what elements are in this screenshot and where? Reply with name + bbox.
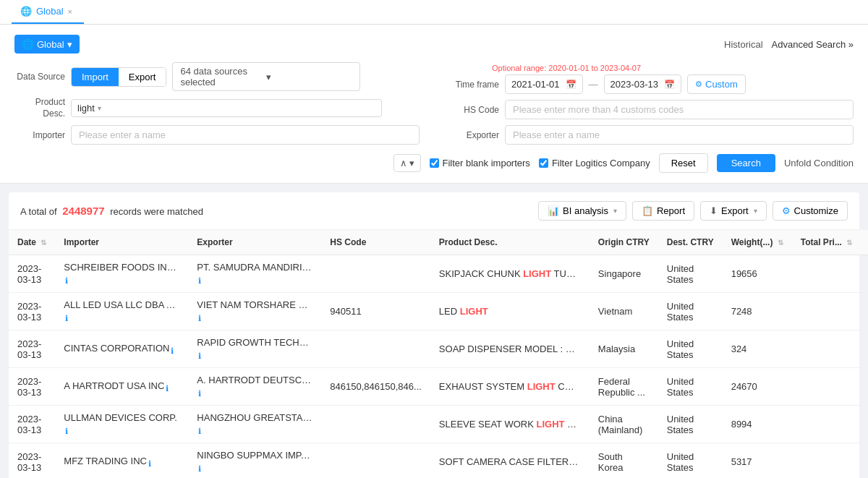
filter-blank-importers-checkbox[interactable]: Filter blank importers — [430, 158, 530, 168]
cell-action[interactable]: 🔍 — [861, 406, 868, 443]
filter-logistics-checkbox[interactable]: Filter Logitics Company — [539, 158, 650, 168]
export-button[interactable]: ⬇ Export ▾ — [700, 201, 767, 221]
product-highlight: LIGHT — [536, 419, 564, 430]
header-right: Historical Advanced Search » — [724, 39, 854, 50]
results-header: A total of 2448977 records were matched … — [9, 192, 859, 230]
cell-hs-code — [321, 406, 430, 443]
cell-origin: Federal Republic ... — [590, 368, 658, 406]
data-sources-select[interactable]: 64 data sources selected ▾ — [172, 62, 360, 91]
advanced-search-link[interactable]: Advanced Search » — [772, 39, 854, 50]
date-sort-icon: ⇅ — [41, 239, 46, 247]
start-date-input[interactable]: 2021-01-01 📅 — [505, 74, 583, 94]
cell-exporter: PT. SAMUDRA MANDIRI SE...ℹ — [188, 255, 321, 293]
end-date-input[interactable]: 2023-03-13 📅 — [604, 74, 682, 94]
product-dropdown-icon[interactable]: ▾ — [98, 104, 101, 112]
cell-importer: A HARTRODT USA INCℹ — [55, 368, 188, 406]
col-total[interactable]: Total Pri... ⇅ — [792, 230, 861, 255]
exporter-info-icon[interactable]: ℹ — [198, 389, 201, 398]
cell-date: 2023-03-13 — [9, 443, 55, 478]
results-section: A total of 2448977 records were matched … — [9, 192, 859, 478]
cell-importer: ULLMAN DEVICES CORP.ℹ — [55, 406, 188, 443]
exporter-info-icon[interactable]: ℹ — [198, 276, 201, 285]
filter-logistics-input[interactable] — [539, 158, 548, 168]
cell-weight: 324 — [723, 330, 792, 368]
reset-button[interactable]: Reset — [659, 153, 708, 173]
col-dest[interactable]: Dest. CTRY — [658, 230, 723, 255]
cell-action[interactable]: 🔍 — [861, 443, 868, 478]
col-product[interactable]: Product Desc. — [430, 230, 590, 255]
search-panel: 🌐 Global ▾ Historical Advanced Search » … — [0, 25, 868, 184]
col-exporter[interactable]: Exporter — [188, 230, 321, 255]
hs-code-input[interactable] — [505, 100, 854, 119]
cell-action[interactable]: 🔍 — [861, 330, 868, 368]
cell-action[interactable]: 🔍 — [861, 368, 868, 406]
global-tab[interactable]: 🌐 Global × — [12, 0, 84, 24]
exporter-input[interactable] — [505, 125, 854, 145]
product-highlight: LIGHT — [527, 381, 556, 392]
table-row: 2023-03-13SCHREIBER FOODS INT'L, I...ℹPT… — [9, 255, 868, 293]
importer-input[interactable] — [71, 125, 420, 145]
export-label: Export — [721, 205, 749, 216]
exporter-label: Exporter — [448, 130, 499, 140]
cell-action[interactable]: 🔍 — [861, 293, 868, 330]
col-date[interactable]: Date ⇅ — [9, 230, 55, 255]
hs-code-row: HS Code — [448, 100, 854, 119]
cell-action[interactable]: 🔍 — [861, 255, 868, 293]
col-importer[interactable]: Importer — [55, 230, 188, 255]
cell-exporter: RAPID GROWTH TECHNOL...ℹ — [188, 330, 321, 368]
custom-button[interactable]: ⚙ Custom — [687, 74, 746, 94]
historical-link[interactable]: Historical — [724, 39, 762, 50]
importer-text: A HARTRODT USA INC — [64, 380, 164, 391]
import-tab-button[interactable]: Import — [72, 68, 119, 86]
exporter-info-icon[interactable]: ℹ — [198, 314, 201, 323]
total-sort-icon: ⇅ — [846, 239, 852, 247]
exporter-info-icon[interactable]: ℹ — [198, 427, 201, 435]
filter-logistics-label: Filter Logitics Company — [552, 158, 650, 168]
importer-info-icon[interactable]: ℹ — [65, 314, 68, 323]
importer-info-icon[interactable]: ℹ — [65, 427, 68, 435]
importer-row: Importer — [14, 125, 420, 145]
bi-analysis-button[interactable]: 📊 BI analysis ▾ — [538, 201, 626, 221]
cell-origin: Malaysia — [590, 330, 658, 368]
tab-close-button[interactable]: × — [68, 7, 72, 16]
importer-info-icon[interactable]: ℹ — [171, 346, 174, 355]
cell-dest: United States — [658, 368, 723, 406]
bi-dropdown-icon: ▾ — [613, 207, 617, 215]
report-button[interactable]: 📋 Report — [632, 201, 694, 221]
importer-info-icon[interactable]: ℹ — [65, 276, 68, 285]
importer-info-icon[interactable]: ℹ — [148, 459, 151, 468]
global-dropdown-button[interactable]: 🌐 Global ▾ — [14, 35, 80, 54]
data-sources-value: 64 data sources selected — [180, 66, 266, 88]
export-tab-button[interactable]: Export — [119, 68, 166, 86]
cell-weight: 5317 — [723, 443, 792, 478]
exporter-info-icon[interactable]: ℹ — [198, 464, 201, 473]
filter-blank-importers-input[interactable] — [430, 158, 439, 168]
product-text: SOFT CAMERA CASE FILTERS LENS HOOD F... — [439, 456, 590, 467]
collapse-icon: ∧ — [400, 158, 407, 168]
bi-label: BI analysis — [563, 205, 608, 216]
product-highlight: LIGHT — [460, 306, 488, 317]
table-row: 2023-03-13CINTAS CORPORATIONℹRAPID GROWT… — [9, 330, 868, 368]
data-source-row: Data Source Import Export 64 data source… — [14, 62, 420, 91]
col-weight[interactable]: Weight(...) ⇅ — [723, 230, 792, 255]
dropdown-arrow-icon: ▾ — [67, 39, 72, 50]
tab-label: Global — [36, 6, 64, 17]
cell-total — [792, 443, 861, 478]
optional-range-text: Optional range: 2020-01-01 to 2023-04-07 — [492, 64, 641, 72]
col-origin[interactable]: Origin CTRY — [590, 230, 658, 255]
cell-hs-code — [321, 255, 430, 293]
calendar-icon: 📅 — [566, 80, 576, 90]
exporter-row: Exporter — [448, 125, 854, 145]
exporter-info-icon[interactable]: ℹ — [198, 351, 201, 360]
filter-blank-label: Filter blank importers — [443, 158, 530, 168]
report-label: Report — [657, 205, 685, 216]
col-hs-code[interactable]: HS Code — [321, 230, 430, 255]
importer-info-icon[interactable]: ℹ — [166, 384, 169, 393]
collapse-button[interactable]: ∧ ▾ — [393, 154, 421, 172]
cell-origin: China (Mainland) — [590, 406, 658, 443]
search-button[interactable]: Search — [717, 154, 775, 172]
cell-importer: MFZ TRADING INCℹ — [55, 443, 188, 478]
unfold-condition-link[interactable]: Unfold Condition — [784, 158, 854, 168]
table-header: Date ⇅ Importer Exporter HS Code Product… — [9, 230, 868, 255]
customize-button[interactable]: ⚙ Customize — [773, 201, 848, 221]
